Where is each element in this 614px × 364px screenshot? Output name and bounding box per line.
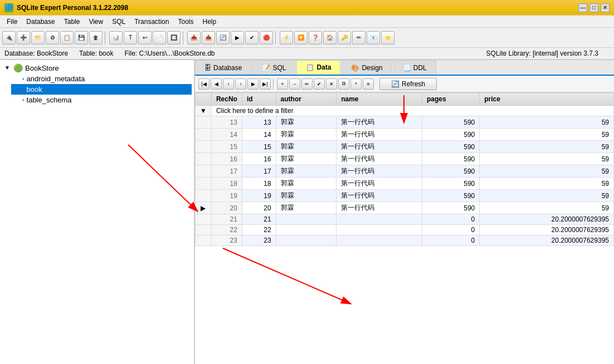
tab-database[interactable]: 🗄 Database xyxy=(195,60,251,75)
edit-record-button[interactable]: ✏ xyxy=(301,78,313,90)
col-author[interactable]: author xyxy=(276,93,337,106)
toolbar-btn-15[interactable]: 🔄 xyxy=(216,31,230,45)
toolbar-btn-4[interactable]: ⚙ xyxy=(46,31,59,45)
tree-label-table-schema: table_schema xyxy=(27,96,72,104)
cancel-button[interactable]: ✕ xyxy=(326,78,337,90)
refresh-button[interactable]: 🔄 Refresh xyxy=(379,78,437,90)
add-record-button[interactable]: + xyxy=(277,78,288,90)
tab-data[interactable]: 📋 Data xyxy=(296,60,340,75)
toolbar-btn-20[interactable]: 🔽 xyxy=(294,31,308,45)
menu-table[interactable]: Table xyxy=(60,17,85,27)
cell-price: 59 xyxy=(480,129,614,141)
cell-author: 郭霖 xyxy=(276,153,337,165)
expand-icon[interactable]: ▼ xyxy=(4,65,11,71)
table-row[interactable]: 17 17 郭霖 第一行代码 590 59 xyxy=(196,165,614,178)
menu-database[interactable]: Database xyxy=(22,17,59,27)
toolbar-btn-24[interactable]: ✏ xyxy=(352,31,366,45)
toolbar-btn-13[interactable]: 📥 xyxy=(187,31,201,45)
tab-ddl[interactable]: 📃 DDL xyxy=(393,60,436,75)
col-id[interactable]: id xyxy=(242,93,276,106)
toolbar-btn-17[interactable]: ✔ xyxy=(245,31,259,45)
tree-node-table-schema[interactable]: ▪ table_schema xyxy=(11,95,192,105)
cell-recno: 16 xyxy=(211,153,242,165)
close-button[interactable]: ✕ xyxy=(601,3,610,12)
menu-help[interactable]: Help xyxy=(198,17,221,27)
toolbar-btn-19[interactable]: ⚡ xyxy=(280,31,293,45)
col-pages[interactable]: pages xyxy=(422,93,480,106)
menu-sql[interactable]: SQL xyxy=(108,17,130,27)
toolbar-btn-7[interactable]: 🗑 xyxy=(89,31,103,45)
nav-next-button[interactable]: › xyxy=(235,78,246,90)
nav-last-button[interactable]: ▶| xyxy=(260,78,271,90)
data-area: RecNo id author name pages price ▼ Click… xyxy=(195,92,614,364)
table-row[interactable]: 16 16 郭霖 第一行代码 590 59 xyxy=(196,153,614,165)
toolbar-btn-2[interactable]: ➕ xyxy=(17,31,30,45)
copy-button[interactable]: ⧉ xyxy=(338,78,349,90)
row-indicator xyxy=(196,225,212,235)
toolbar-btn-21[interactable]: ❓ xyxy=(309,31,322,45)
toolbar-btn-3[interactable]: 📁 xyxy=(31,31,45,45)
table-row[interactable]: 14 14 郭霖 第一行代码 590 59 xyxy=(196,129,614,141)
table-row[interactable]: 18 18 郭霖 第一行代码 590 59 xyxy=(196,178,614,190)
cell-recno: 20 xyxy=(211,202,242,214)
toolbar-btn-8[interactable]: 📊 xyxy=(109,31,123,45)
row-indicator xyxy=(196,116,212,129)
col-price[interactable]: price xyxy=(480,93,614,106)
delete-record-button[interactable]: − xyxy=(289,78,300,90)
toolbar-btn-6[interactable]: 💾 xyxy=(75,31,88,45)
tree-node-bookstore[interactable]: ▼ 🟢 BookStore xyxy=(2,62,192,73)
toolbar-btn-12[interactable]: 🔲 xyxy=(167,31,181,45)
col-recno[interactable]: RecNo xyxy=(211,93,242,106)
tab-sql[interactable]: 📝 SQL xyxy=(252,60,295,75)
menu-tools[interactable]: Tools xyxy=(173,17,198,27)
row-indicator xyxy=(196,165,212,178)
row-indicator xyxy=(196,214,212,225)
svg-line-1 xyxy=(128,145,195,211)
toolbar-btn-23[interactable]: 🔑 xyxy=(338,31,351,45)
filter-button[interactable]: ≡ xyxy=(363,78,374,90)
toolbar-btn-10[interactable]: ↩ xyxy=(138,31,152,45)
row-indicator xyxy=(196,190,212,202)
tree-node-android-metadata[interactable]: ▪ android_metadata xyxy=(11,73,192,84)
toolbar-btn-5[interactable]: 📋 xyxy=(60,31,74,45)
toolbar-btn-25[interactable]: 📧 xyxy=(367,31,380,45)
nav-prev-button[interactable]: ◀ xyxy=(211,78,222,90)
table-row[interactable]: 22 22 0 20.2000007629395 xyxy=(196,225,614,235)
toolbar-btn-9[interactable]: T xyxy=(124,31,137,45)
table-row[interactable]: 13 13 郭霖 第一行代码 590 59 xyxy=(196,116,614,129)
toolbar-btn-14[interactable]: 📤 xyxy=(202,31,215,45)
database-icon: 🟢 xyxy=(13,63,23,72)
cell-pages: 590 xyxy=(422,178,480,190)
table-row[interactable]: 21 21 0 20.2000007629395 xyxy=(196,214,614,225)
cell-id: 21 xyxy=(242,214,276,225)
tree-node-book[interactable]: ▪ book xyxy=(11,84,192,95)
table-row[interactable]: ▶ 20 20 郭霖 第一行代码 590 59 xyxy=(196,202,614,214)
maximize-button[interactable]: □ xyxy=(589,3,598,12)
table-row[interactable]: 15 15 郭霖 第一行代码 590 59 xyxy=(196,141,614,153)
app-icon: 🔷 xyxy=(4,3,13,12)
tab-design[interactable]: 🎨 Design xyxy=(342,60,392,75)
confirm-button[interactable]: ✔ xyxy=(314,78,325,90)
table-row[interactable]: 23 23 0 20.2000007629395 xyxy=(196,235,614,246)
minimize-button[interactable]: — xyxy=(578,3,587,12)
tab-ddl-label: DDL xyxy=(413,64,427,72)
nav-first-button[interactable]: |◀ xyxy=(198,78,209,90)
filter-text[interactable]: Click here to define a filter xyxy=(211,106,613,116)
toolbar-btn-1[interactable]: 🔌 xyxy=(2,31,16,45)
toolbar-btn-11[interactable]: 📄 xyxy=(153,31,166,45)
cell-pages: 590 xyxy=(422,129,480,141)
menu-bar: File Database Table View SQL Transaction… xyxy=(0,16,614,28)
toolbar-btn-26[interactable]: ⭐ xyxy=(381,31,394,45)
toolbar-btn-22[interactable]: 🏠 xyxy=(323,31,337,45)
toolbar-btn-18[interactable]: 🔴 xyxy=(260,31,273,45)
nav-next2-button[interactable]: ▶ xyxy=(247,78,259,90)
menu-file[interactable]: File xyxy=(2,17,22,27)
cell-price: 59 xyxy=(480,165,614,178)
menu-transaction[interactable]: Transaction xyxy=(130,17,173,27)
menu-view[interactable]: View xyxy=(84,17,108,27)
toolbar-btn-16[interactable]: ▶ xyxy=(231,31,244,45)
table-row[interactable]: 19 19 郭霖 第一行代码 590 59 xyxy=(196,190,614,202)
nav-prev2-button[interactable]: ‹ xyxy=(223,78,234,90)
col-name[interactable]: name xyxy=(337,93,422,106)
asterisk-button[interactable]: * xyxy=(350,78,362,90)
